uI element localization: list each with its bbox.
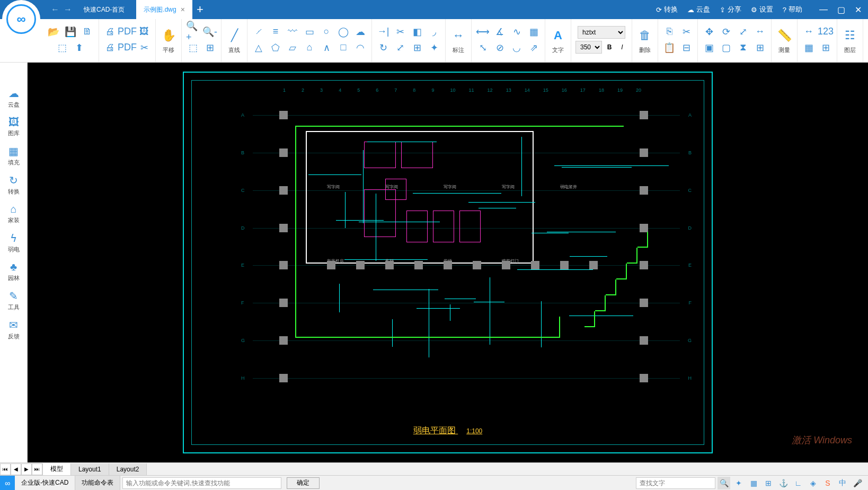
- sidebar-item-1[interactable]: 🖼图库: [0, 113, 27, 141]
- rotate-icon[interactable]: ↻: [376, 41, 390, 55]
- layout-tab-2[interactable]: Layout2: [109, 463, 147, 475]
- iso-icon[interactable]: ◈: [807, 477, 819, 489]
- distance-icon[interactable]: ↔: [802, 25, 816, 39]
- tab-home[interactable]: 快速CAD-首页: [76, 0, 132, 19]
- copy-icon[interactable]: ⎘: [662, 25, 676, 39]
- rotate2-icon[interactable]: ⟳: [719, 25, 733, 39]
- mirror-icon[interactable]: ⧗: [736, 41, 750, 55]
- multiline-icon[interactable]: ≡: [269, 25, 282, 39]
- layout-tab-1[interactable]: Layout1: [71, 463, 109, 475]
- snap-icon[interactable]: ✦: [732, 477, 745, 489]
- number-icon[interactable]: 123: [819, 25, 832, 39]
- ortho-icon[interactable]: ∟: [792, 477, 804, 489]
- search-icon[interactable]: 🔍: [718, 477, 730, 489]
- table-icon[interactable]: ⊞: [819, 41, 832, 55]
- line-icon[interactable]: ╱: [226, 27, 243, 44]
- clip-icon[interactable]: ✂: [137, 41, 151, 55]
- rectangle-icon[interactable]: ▭: [303, 25, 316, 39]
- zoom-in-icon[interactable]: 🔍+: [186, 25, 200, 39]
- arc-dim-icon[interactable]: ◡: [510, 41, 524, 55]
- add-tab-button[interactable]: +: [197, 3, 203, 16]
- mic-icon[interactable]: 🎤: [851, 477, 864, 489]
- trash-icon[interactable]: 🗑: [636, 27, 653, 44]
- app-logo[interactable]: ∞: [2, 0, 40, 38]
- layout-next-icon[interactable]: ▶: [21, 463, 32, 475]
- minimize-icon[interactable]: —: [819, 5, 828, 15]
- diameter-dim-icon[interactable]: ⊘: [493, 41, 507, 55]
- save-icon[interactable]: 💾: [64, 25, 77, 39]
- spline-icon[interactable]: 〰: [286, 25, 299, 39]
- text-icon[interactable]: A: [550, 27, 566, 44]
- saveas-icon[interactable]: 🗎: [81, 25, 94, 39]
- nav-forward-icon[interactable]: →: [64, 5, 72, 14]
- fillet-icon[interactable]: ◞: [427, 25, 441, 39]
- sidebar-item-6[interactable]: ♣园林: [0, 258, 27, 285]
- canvas[interactable]: AABBCCDDEEFFGGHH123456789101112131415161…: [28, 63, 868, 462]
- scale-icon[interactable]: ⤢: [393, 41, 407, 55]
- trim-icon[interactable]: ✂: [393, 25, 407, 39]
- ruler-icon[interactable]: 📏: [776, 27, 793, 44]
- sidebar-item-7[interactable]: ✎工具: [0, 286, 27, 314]
- square-icon[interactable]: □: [336, 41, 350, 55]
- align-icon[interactable]: ⊟: [679, 41, 693, 55]
- cloud-draw-icon[interactable]: ☁: [353, 25, 367, 39]
- ellipse-icon[interactable]: ◯: [336, 25, 350, 39]
- ungroup-icon[interactable]: ▢: [719, 41, 733, 55]
- hand-icon[interactable]: ✋: [160, 27, 177, 44]
- sidebar-item-4[interactable]: ⌂家装: [0, 200, 27, 228]
- layout-last-icon[interactable]: ⏭: [32, 463, 42, 475]
- open-icon[interactable]: 📂: [47, 25, 60, 39]
- italic-button[interactable]: I: [617, 43, 627, 51]
- zoom-extents-icon[interactable]: ⊞: [203, 41, 217, 55]
- cmd-table-button[interactable]: 功能命令表: [75, 476, 120, 491]
- sidebar-item-8[interactable]: ✉反馈: [0, 316, 27, 344]
- angular-dim-icon[interactable]: ∡: [493, 25, 507, 39]
- aligned-dim-icon[interactable]: ⤡: [476, 41, 490, 55]
- grid-icon[interactable]: ⊞: [753, 41, 767, 55]
- sidebar-item-3[interactable]: ↻转换: [0, 171, 27, 199]
- paste-icon[interactable]: 📋: [662, 41, 676, 55]
- osnap-icon[interactable]: ⚓: [777, 477, 790, 489]
- arc-icon[interactable]: ◠: [353, 41, 367, 55]
- size-select[interactable]: 350: [575, 41, 602, 54]
- close-window-icon[interactable]: ✕: [855, 5, 862, 15]
- layers-icon[interactable]: ☷: [842, 27, 858, 44]
- area-icon[interactable]: ▦: [802, 41, 816, 55]
- command-input[interactable]: [122, 477, 281, 489]
- trap-icon[interactable]: ⌂: [303, 41, 316, 55]
- dimension-icon[interactable]: ↔: [450, 27, 467, 44]
- grid2-icon[interactable]: ⊞: [762, 477, 775, 489]
- linear-dim-icon[interactable]: ⟷: [476, 25, 490, 39]
- circle-icon[interactable]: ○: [320, 25, 333, 39]
- group-icon[interactable]: ▣: [702, 41, 716, 55]
- coord-dim-icon[interactable]: ▦: [527, 25, 541, 39]
- pdf-icon[interactable]: PDF: [120, 25, 134, 39]
- help-button[interactable]: ?帮助: [783, 5, 802, 14]
- sidebar-item-5[interactable]: ϟ弱电: [0, 229, 27, 257]
- cloud-button[interactable]: ☁云盘: [687, 5, 710, 14]
- stretch-icon[interactable]: ↔: [753, 25, 767, 39]
- sidebar-item-0[interactable]: ☁云盘: [0, 84, 27, 112]
- triangle-icon[interactable]: △: [252, 41, 265, 55]
- export-icon[interactable]: ⬆: [72, 41, 86, 55]
- print-icon[interactable]: 🖨: [103, 25, 117, 39]
- print2-icon[interactable]: 🖨: [103, 41, 117, 55]
- undo-icon[interactable]: ⬚: [55, 41, 69, 55]
- polyline-icon[interactable]: ⟋: [252, 25, 265, 39]
- bold-button[interactable]: B: [604, 43, 615, 51]
- radius-dim-icon[interactable]: ∿: [510, 25, 524, 39]
- maximize-icon[interactable]: ▢: [837, 5, 845, 15]
- zoom-out-icon[interactable]: 🔍-: [203, 25, 217, 39]
- share-button[interactable]: ⇪分享: [720, 5, 741, 14]
- nav-back-icon[interactable]: ←: [51, 5, 59, 14]
- layout-tab-model[interactable]: 模型: [43, 463, 71, 475]
- cut-icon[interactable]: ✂: [679, 25, 693, 39]
- pdf2-icon[interactable]: PDF: [120, 41, 134, 55]
- layout-prev-icon[interactable]: ◀: [11, 463, 21, 475]
- tab-drawing[interactable]: 示例图.dwg ×: [136, 0, 192, 19]
- logo-badge-icon[interactable]: S: [821, 477, 834, 489]
- caret-icon[interactable]: ∧: [320, 41, 333, 55]
- leader-icon[interactable]: ⇗: [527, 41, 541, 55]
- sidebar-item-2[interactable]: ▦填充: [0, 142, 27, 170]
- close-icon[interactable]: ×: [181, 5, 185, 14]
